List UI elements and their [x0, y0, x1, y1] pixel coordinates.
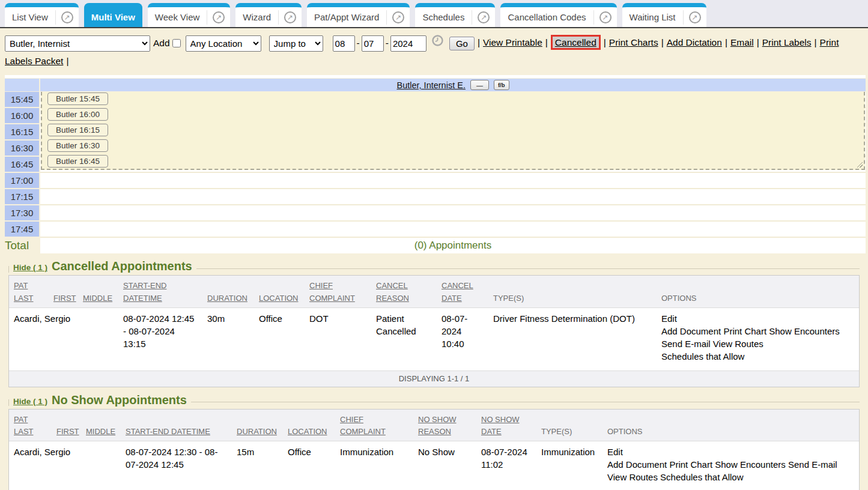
col-pat-last[interactable]: PAT LAST — [9, 414, 52, 438]
link-separator: | — [63, 56, 71, 66]
slot-row[interactable] — [40, 205, 866, 222]
col-location[interactable]: LOCATION — [254, 292, 305, 304]
col-duration[interactable]: DURATION — [232, 426, 283, 438]
open-new-window-icon[interactable]: ↗ — [593, 10, 617, 25]
total-label: Total — [5, 238, 39, 253]
link-separator: | — [658, 37, 667, 47]
slot-button-1645[interactable]: Butler 16:45 — [47, 155, 108, 168]
hide-cancelled-link[interactable]: Hide ( 1 ) — [13, 263, 47, 272]
cell-chief-complaint: Immunization — [335, 446, 413, 483]
slot-button-1630[interactable]: Butler 16:30 — [47, 139, 108, 152]
col-middle[interactable]: MIDDLE — [78, 292, 118, 304]
section-rule — [191, 402, 860, 402]
cancelled-link[interactable]: Cancelled — [555, 37, 596, 47]
open-new-window-icon[interactable]: ↗ — [386, 10, 410, 25]
go-button[interactable]: Go — [449, 37, 475, 50]
option-edit[interactable]: Edit — [607, 446, 854, 458]
tab-list-view[interactable]: List View ↗ — [5, 3, 79, 27]
front-back-button[interactable]: f/b — [494, 80, 509, 90]
col-first[interactable]: FIRST — [49, 292, 78, 304]
open-new-window-icon[interactable]: ↗ — [278, 10, 302, 25]
print-charts-link[interactable]: Print Charts — [609, 37, 658, 47]
total-row: Total (0) Appointments — [5, 238, 866, 253]
section-title: No Show Appointments — [52, 393, 187, 407]
col-cancel-reason[interactable]: CANCEL REASON — [371, 280, 437, 304]
tab-pat-appt-wizard[interactable]: Pat/Appt Wizard ↗ — [307, 3, 410, 27]
col-middle[interactable]: MIDDLE — [81, 426, 121, 438]
link-separator: | — [722, 37, 730, 47]
email-link[interactable]: Email — [730, 37, 754, 47]
collapse-column-button[interactable]: — — [470, 80, 489, 90]
col-duration[interactable]: DURATION — [202, 292, 254, 304]
tab-multi-view[interactable]: Multi View — [84, 3, 142, 27]
open-new-window-icon[interactable]: ↗ — [683, 10, 706, 25]
tab-week-view[interactable]: Week View ↗ — [148, 3, 230, 27]
section-title: Cancelled Appointments — [52, 259, 192, 273]
option-actions-line[interactable]: Schedules that Allow — [661, 350, 854, 363]
jump-to-select[interactable]: Jump to — [269, 35, 323, 52]
slot-row[interactable] — [40, 189, 866, 205]
time-label: 15:45 — [5, 92, 39, 107]
date-year-input[interactable] — [390, 35, 426, 52]
grid-top-strip — [5, 75, 866, 78]
date-day-input[interactable] — [362, 35, 384, 52]
location-select[interactable]: Any Location — [186, 35, 261, 52]
provider-select[interactable]: Butler, Internist — [5, 35, 150, 52]
tab-label: Multi View — [84, 12, 142, 22]
col-start-end[interactable]: START-END DATETIME — [118, 280, 202, 304]
col-noshow-reason[interactable]: NO SHOW REASON — [413, 414, 476, 438]
print-labels-link[interactable]: Print Labels — [762, 37, 812, 47]
add-dictation-link[interactable]: Add Dictation — [667, 37, 722, 47]
col-options: OPTIONS — [602, 426, 859, 438]
cell-cancel-date: 08-07-2024 10:40 — [437, 312, 488, 363]
provider-link[interactable]: Butler, Internist E. — [396, 80, 465, 90]
open-new-window-icon[interactable]: ↗ — [55, 10, 79, 25]
clock-icon[interactable] — [432, 34, 443, 52]
col-first[interactable]: FIRST — [52, 426, 81, 438]
table-footer: DISPLAYING 1-1 / 1 — [9, 371, 859, 387]
option-actions-line[interactable]: Add Document Print Chart Show Encounters… — [607, 458, 854, 471]
col-chief-complaint[interactable]: CHIEF COMPLAINT — [335, 414, 413, 438]
col-noshow-date[interactable]: NO SHOW DATE — [476, 414, 536, 438]
cell-pat-name: Acardi, Sergio — [9, 446, 52, 483]
tab-waiting-list[interactable]: Waiting List ↗ — [622, 3, 706, 27]
col-location[interactable]: LOCATION — [283, 426, 335, 438]
noshow-appointments-table: PAT LAST FIRST MIDDLE START-END DATETIME… — [8, 409, 860, 490]
cell-middle — [78, 312, 118, 363]
date-month-input[interactable] — [333, 35, 355, 52]
add-label: Add — [153, 38, 170, 48]
cell-first — [49, 312, 78, 363]
cell-types: Driver Fitness Determination (DOT) — [488, 312, 657, 363]
tab-label: Cancellation Codes — [500, 12, 593, 22]
option-actions-line[interactable]: Send E-mail View Routes — [661, 337, 854, 350]
link-separator: | — [601, 37, 609, 47]
cell-pat-name: Acardi, Sergio — [9, 312, 49, 363]
slot-button-1545[interactable]: Butler 15:45 — [47, 92, 108, 105]
slot-button-1600[interactable]: Butler 16:00 — [47, 108, 108, 121]
tab-cancellation-codes[interactable]: Cancellation Codes ↗ — [500, 3, 616, 27]
slot-row[interactable] — [40, 222, 866, 238]
tab-label: Week View — [148, 12, 207, 22]
slot-button-1615[interactable]: Butler 16:15 — [47, 124, 108, 136]
cell-noshow-reason: No Show — [413, 446, 476, 483]
open-new-window-icon[interactable]: ↗ — [207, 10, 230, 25]
view-printable-link[interactable]: View Printable — [483, 37, 542, 47]
option-edit[interactable]: Edit — [661, 312, 854, 325]
open-new-window-icon[interactable]: ↗ — [472, 10, 495, 25]
col-chief-complaint[interactable]: CHIEF COMPLAINT — [305, 280, 371, 304]
tab-schedules[interactable]: Schedules ↗ — [415, 3, 495, 27]
option-actions-line[interactable]: View Routes Schedules that Allow — [607, 471, 854, 483]
tab-wizard[interactable]: Wizard ↗ — [235, 3, 302, 27]
option-actions-line[interactable]: Add Document Print Chart Show Encounters — [661, 325, 854, 337]
col-pat-last[interactable]: PAT LAST — [9, 280, 49, 304]
col-cancel-date[interactable]: CANCEL DATE — [437, 280, 488, 304]
hide-noshow-link[interactable]: Hide ( 1 ) — [13, 397, 47, 406]
fieldset-tick — [8, 399, 9, 406]
cell-cancel-reason: Patient Cancelled — [371, 312, 437, 363]
add-checkbox[interactable] — [172, 39, 181, 47]
cancelled-appointments-section: Hide ( 1 ) Cancelled Appointments PAT LA… — [8, 259, 860, 387]
col-start-end[interactable]: START-END DATETIME — [121, 426, 232, 438]
grid-header-row: Butler, Internist E. — f/b — [5, 79, 866, 91]
slot-row[interactable] — [40, 173, 866, 189]
resize-handle-icon[interactable] — [857, 162, 863, 168]
